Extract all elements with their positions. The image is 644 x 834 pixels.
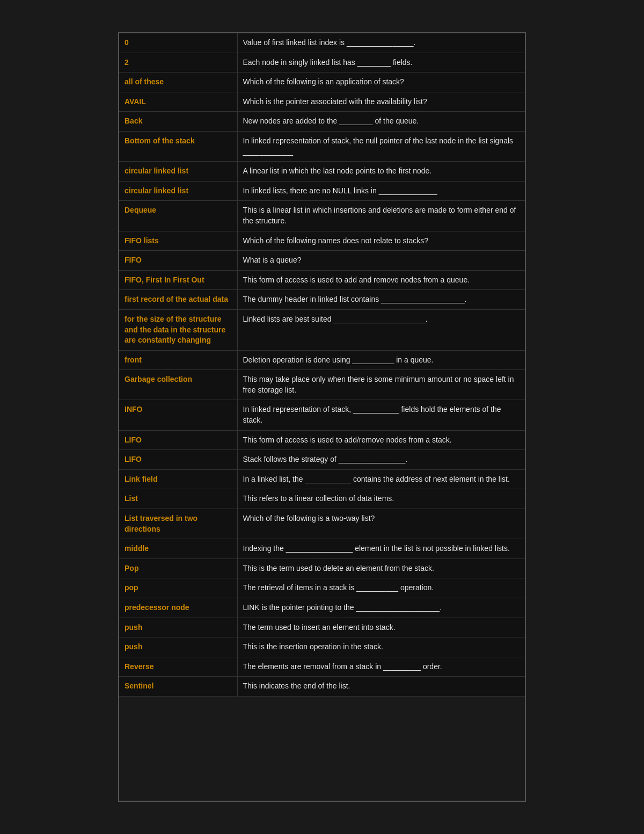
table-row: DequeueThis is a linear list in which in… [119, 201, 525, 231]
answer-cell: all of these [119, 72, 237, 92]
main-table-container: 0Value of first linked list index is ___… [118, 32, 526, 802]
answer-cell: for the size of the structure and the da… [119, 309, 237, 350]
answer-cell: first record of the actual data [119, 290, 237, 310]
question-cell: Which of the following names does not re… [237, 231, 525, 251]
question-cell: Which is the pointer associated with the… [237, 92, 525, 112]
answer-cell: Link field [119, 469, 237, 489]
answer-cell: FIFO lists [119, 231, 237, 251]
question-cell: Which of the following is an application… [237, 72, 525, 92]
table-row: popThe retrieval of items in a stack is … [119, 578, 525, 598]
table-row: pushThe term used to insert an element i… [119, 618, 525, 637]
table-row: FIFOWhat is a queue? [119, 251, 525, 271]
question-cell: What is a queue? [237, 251, 525, 271]
table-row: first record of the actual dataThe dummy… [119, 290, 525, 310]
answer-cell: FIFO [119, 251, 237, 271]
answer-cell: List traversed in two directions [119, 509, 237, 539]
question-cell: The dummy header in linked list contains… [237, 290, 525, 310]
question-cell: In linked representation of stack, the n… [237, 131, 525, 161]
table-row: 2Each node in singly linked list has ___… [119, 53, 525, 72]
answer-cell: Dequeue [119, 201, 237, 231]
table-row: LIFOStack follows the strategy of ______… [119, 450, 525, 470]
table-row: frontDeletion operation is done using __… [119, 350, 525, 370]
answer-cell: AVAIL [119, 92, 237, 112]
answer-cell: LIFO [119, 450, 237, 470]
answer-cell: Sentinel [119, 677, 237, 697]
qa-table: 0Value of first linked list index is ___… [119, 33, 525, 697]
answer-cell: INFO [119, 400, 237, 430]
answer-cell: predecessor node [119, 598, 237, 618]
table-row: BackNew nodes are added to the ________ … [119, 112, 525, 132]
table-row: circular linked listIn linked lists, the… [119, 181, 525, 201]
question-cell: Each node in singly linked list has ____… [237, 53, 525, 72]
answer-cell: circular linked list [119, 181, 237, 201]
question-cell: This refers to a linear collection of da… [237, 489, 525, 509]
answer-cell: Back [119, 112, 237, 132]
question-cell: Value of first linked list index is ____… [237, 33, 525, 53]
answer-cell: 2 [119, 53, 237, 72]
question-cell: New nodes are added to the ________ of t… [237, 112, 525, 132]
question-cell: Indexing the ________________ element in… [237, 539, 525, 559]
table-row: pushThis is the insertion operation in t… [119, 637, 525, 657]
answer-cell: circular linked list [119, 162, 237, 182]
question-cell: The retrieval of items in a stack is ___… [237, 578, 525, 598]
table-row: PopThis is the term used to delete an el… [119, 559, 525, 578]
answer-cell: push [119, 637, 237, 657]
question-cell: LINK is the pointer pointing to the ____… [237, 598, 525, 618]
question-cell: Linked lists are best suited ___________… [237, 309, 525, 350]
question-cell: This is the insertion operation in the s… [237, 637, 525, 657]
question-cell: This is the term used to delete an eleme… [237, 559, 525, 578]
table-row: ReverseThe elements are removal from a s… [119, 657, 525, 677]
question-cell: In a linked list, the ___________ contai… [237, 469, 525, 489]
table-row: for the size of the structure and the da… [119, 309, 525, 350]
table-row: all of theseWhich of the following is an… [119, 72, 525, 92]
answer-cell: Garbage collection [119, 370, 237, 400]
table-row: LIFOThis form of access is used to add/r… [119, 430, 525, 450]
question-cell: The term used to insert an element into … [237, 618, 525, 637]
answer-cell: Pop [119, 559, 237, 578]
table-row: FIFO listsWhich of the following names d… [119, 231, 525, 251]
question-cell: Stack follows the strategy of __________… [237, 450, 525, 470]
question-cell: Deletion operation is done using _______… [237, 350, 525, 370]
table-row: 0Value of first linked list index is ___… [119, 33, 525, 53]
answer-cell: FIFO, First In First Out [119, 270, 237, 290]
question-cell: This may take place only when there is s… [237, 370, 525, 400]
question-cell: In linked lists, there are no NULL links… [237, 181, 525, 201]
question-cell: A linear list in which the last node poi… [237, 162, 525, 182]
question-cell: The elements are removal from a stack in… [237, 657, 525, 677]
question-cell: This form of access is used to add and r… [237, 270, 525, 290]
answer-cell: 0 [119, 33, 237, 53]
answer-cell: Bottom of the stack [119, 131, 237, 161]
table-row: Garbage collectionThis may take place on… [119, 370, 525, 400]
table-row: Bottom of the stackIn linked representat… [119, 131, 525, 161]
table-row: INFOIn linked representation of stack, _… [119, 400, 525, 430]
answer-cell: Reverse [119, 657, 237, 677]
table-row: AVAILWhich is the pointer associated wit… [119, 92, 525, 112]
question-cell: This form of access is used to add/remov… [237, 430, 525, 450]
question-cell: This indicates the end of the list. [237, 677, 525, 697]
table-row: Link fieldIn a linked list, the ________… [119, 469, 525, 489]
question-cell: Which of the following is a two-way list… [237, 509, 525, 539]
table-row: SentinelThis indicates the end of the li… [119, 677, 525, 697]
answer-cell: List [119, 489, 237, 509]
answer-cell: push [119, 618, 237, 637]
table-row: middleIndexing the ________________ elem… [119, 539, 525, 559]
table-row: predecessor nodeLINK is the pointer poin… [119, 598, 525, 618]
answer-cell: LIFO [119, 430, 237, 450]
answer-cell: middle [119, 539, 237, 559]
answer-cell: front [119, 350, 237, 370]
table-row: List traversed in two directionsWhich of… [119, 509, 525, 539]
answer-cell: pop [119, 578, 237, 598]
table-row: circular linked listA linear list in whi… [119, 162, 525, 182]
table-row: FIFO, First In First OutThis form of acc… [119, 270, 525, 290]
question-cell: In linked representation of stack, _____… [237, 400, 525, 430]
question-cell: This is a linear list in which insertion… [237, 201, 525, 231]
table-row: ListThis refers to a linear collection o… [119, 489, 525, 509]
